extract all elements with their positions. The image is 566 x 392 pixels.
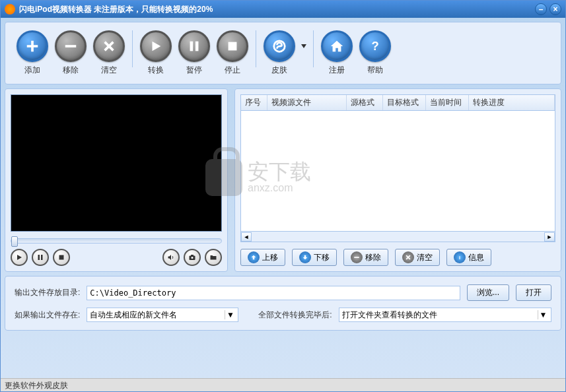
open-folder-button[interactable] (205, 249, 222, 266)
list-remove-button[interactable]: 移除 (343, 249, 388, 266)
player-stop-button[interactable] (53, 249, 70, 266)
svg-rect-0 (65, 45, 77, 48)
svg-rect-12 (354, 257, 359, 258)
svg-rect-1 (190, 42, 194, 51)
add-button[interactable]: 添加 (16, 30, 49, 76)
move-up-button[interactable]: 上移 (240, 249, 285, 266)
stop-button[interactable]: 停止 (216, 30, 249, 76)
arrow-down-icon (302, 254, 308, 261)
svg-rect-6 (38, 255, 40, 260)
convert-button[interactable]: 转换 (139, 30, 172, 76)
app-icon (5, 4, 15, 15)
window-title: 闪电iPod视频转换器 未注册版本，只能转换视频的20% (19, 4, 535, 15)
preview-panel (5, 88, 228, 272)
statusbar: 更换软件外观皮肤 (1, 378, 565, 391)
scroll-right[interactable]: ► (544, 232, 555, 242)
svg-rect-7 (41, 255, 43, 260)
register-button[interactable]: 注册 (320, 30, 353, 76)
chevron-down-icon: ▼ (225, 310, 235, 319)
col-index[interactable]: 序号 (241, 95, 267, 110)
chevron-down-icon: ▼ (538, 310, 548, 319)
app-window: 闪电iPod视频转换器 未注册版本，只能转换视频的20% – × 添加 移除 清… (0, 0, 566, 392)
x-icon (405, 254, 411, 261)
clear-button[interactable]: 清空 (92, 30, 125, 76)
status-text: 更换软件外观皮肤 (5, 381, 68, 390)
skin-dropdown[interactable] (301, 30, 306, 62)
exists-label: 如果输出文件存在: (15, 310, 80, 321)
speaker-icon (167, 253, 175, 261)
snapshot-button[interactable] (184, 249, 201, 266)
home-icon (330, 39, 344, 53)
output-dir-label: 输出文件存放目录: (15, 287, 80, 298)
stop-icon (57, 253, 65, 261)
pause-icon (187, 39, 201, 53)
close-button[interactable]: × (549, 3, 561, 15)
minus-icon (353, 254, 360, 261)
player-controls (11, 249, 222, 266)
file-actions: 上移 下移 移除 清空 i 信息 (240, 249, 555, 266)
video-preview (11, 94, 222, 232)
file-table[interactable]: 序号 视频源文件 源格式 目标格式 当前时间 转换进度 (240, 94, 555, 232)
volume-button[interactable] (162, 249, 180, 266)
separator (256, 30, 256, 67)
exists-dropdown[interactable]: 自动生成相应的新文件名 ▼ (87, 308, 238, 322)
pause-button[interactable]: 暂停 (178, 30, 211, 76)
svg-point-10 (192, 257, 194, 259)
minimize-button[interactable]: – (535, 3, 547, 15)
player-play-button[interactable] (11, 249, 28, 266)
toolbar-panel: 添加 移除 清空 转换 暂停 (5, 22, 561, 84)
main-toolbar: 添加 移除 清空 转换 暂停 (11, 28, 555, 79)
svg-rect-2 (195, 42, 199, 51)
browse-button[interactable]: 浏览... (467, 284, 509, 301)
skin-icon (272, 39, 287, 53)
info-icon: i (456, 254, 463, 261)
help-button[interactable]: ? 帮助 (359, 30, 392, 76)
svg-rect-8 (59, 255, 64, 260)
list-clear-button[interactable]: 清空 (395, 249, 440, 266)
scroll-left[interactable]: ◄ (241, 232, 252, 242)
output-dir-input[interactable] (87, 286, 460, 300)
after-label: 全部文件转换完毕后: (258, 310, 332, 321)
skin-button[interactable]: 皮肤 (263, 30, 296, 76)
x-icon (102, 39, 116, 53)
player-pause-button[interactable] (32, 249, 49, 266)
play-icon (15, 253, 23, 261)
play-icon (149, 39, 163, 53)
chevron-down-icon (301, 44, 306, 48)
table-header: 序号 视频源文件 源格式 目标格式 当前时间 转换进度 (241, 95, 555, 111)
col-source[interactable]: 视频源文件 (267, 95, 347, 110)
col-dest-format[interactable]: 目标格式 (383, 95, 426, 110)
pause-icon (36, 253, 44, 261)
minus-icon (63, 39, 78, 53)
col-src-format[interactable]: 源格式 (347, 95, 383, 110)
col-progress[interactable]: 转换进度 (469, 95, 555, 110)
file-list-panel: 序号 视频源文件 源格式 目标格式 当前时间 转换进度 ◄ ► 上移 (234, 88, 561, 272)
stop-icon (225, 39, 240, 53)
folder-icon (209, 253, 217, 261)
move-down-button[interactable]: 下移 (292, 249, 337, 266)
separator (132, 30, 133, 67)
camera-icon (188, 253, 196, 261)
seek-thumb[interactable] (11, 236, 18, 247)
output-panel: 输出文件存放目录: 浏览... 打开 如果输出文件存在: 自动生成相应的新文件名… (5, 276, 561, 331)
open-button[interactable]: 打开 (516, 284, 551, 301)
after-dropdown[interactable]: 打开文件夹查看转换的文件 ▼ (339, 308, 551, 322)
col-time[interactable]: 当前时间 (426, 95, 469, 110)
seek-slider[interactable] (11, 238, 222, 244)
svg-rect-3 (229, 42, 237, 51)
remove-button[interactable]: 移除 (54, 30, 87, 76)
svg-text:?: ? (371, 39, 378, 53)
titlebar: 闪电iPod视频转换器 未注册版本，只能转换视频的20% – × (1, 1, 565, 18)
arrow-up-icon (250, 254, 257, 261)
horizontal-scrollbar[interactable]: ◄ ► (240, 232, 555, 242)
plus-icon (25, 39, 40, 53)
svg-text:i: i (459, 255, 460, 261)
separator (313, 30, 314, 67)
info-button[interactable]: i 信息 (446, 249, 491, 266)
svg-rect-11 (191, 255, 194, 256)
question-icon: ? (368, 39, 382, 53)
